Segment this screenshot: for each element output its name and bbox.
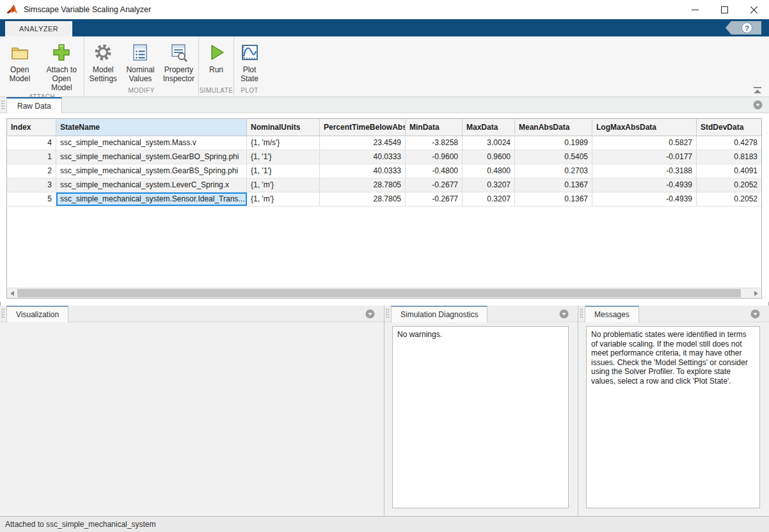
model-settings-button[interactable]: Model Settings [84,40,122,83]
table-cell[interactable]: 40.0333 [320,150,406,164]
table-cell[interactable]: {1, 'm/s'} [247,136,320,150]
table-cell[interactable]: -0.4800 [406,164,463,178]
section-simulate: Run SIMULATE [199,36,234,97]
table-cell[interactable]: 2 [7,164,56,178]
plot-state-button[interactable]: Plot State [234,40,265,83]
column-header-index[interactable]: Index [7,119,56,136]
tab-simulation-diagnostics[interactable]: Simulation Diagnostics [391,306,488,322]
column-header-percenttimebelowabstol[interactable]: PercentTimeBelowAbsTol [320,119,406,136]
minimize-button[interactable] [680,1,710,19]
table-cell[interactable]: 40.0333 [320,164,406,178]
table-cell[interactable]: 28.7805 [320,192,406,206]
table-row[interactable]: 1ssc_simple_mechanical_system.GearBO_Spr… [7,150,761,164]
table-cell[interactable]: 0.2052 [697,178,761,192]
table-cell[interactable]: {1, '1'} [247,164,320,178]
table-cell[interactable]: 0.3207 [463,178,515,192]
maximize-button[interactable] [710,1,739,19]
table-cell[interactable]: -0.9600 [406,150,463,164]
table-cell[interactable]: ssc_simple_mechanical_system.GearBS_Spri… [56,164,247,178]
tab-messages[interactable]: Messages [585,306,639,322]
panel-grip-handle[interactable] [580,308,583,319]
table-cell[interactable]: 5 [7,192,56,206]
tab-raw-data[interactable]: Raw Data [6,97,62,113]
table-cell[interactable]: ssc_simple_mechanical_system.GearBO_Spri… [56,150,247,164]
panel-menu-icon[interactable] [753,100,763,110]
table-cell[interactable]: 0.4278 [697,136,761,150]
table-row[interactable]: 2ssc_simple_mechanical_system.GearBS_Spr… [7,164,761,178]
table-cell[interactable]: 0.5827 [592,136,697,150]
run-button[interactable]: Run [202,40,231,83]
collapse-ribbon-icon[interactable] [751,86,764,95]
table-cell[interactable]: 0.3207 [463,192,515,206]
table-cell[interactable]: ssc_simple_mechanical_system.LeverC_Spri… [56,178,247,192]
folder-icon [9,42,31,63]
horizontal-scrollbar[interactable] [7,288,761,298]
table-cell[interactable]: -0.0177 [592,150,697,164]
messages-text: No problematic states were identified in… [586,326,760,508]
panel-grip-handle[interactable] [386,308,389,319]
column-header-mindata[interactable]: MinData [406,119,463,136]
matlab-logo-icon [6,3,19,16]
table-cell[interactable]: {1, '1'} [247,150,320,164]
panel-grip-handle[interactable] [1,308,4,319]
table-row[interactable]: 3ssc_simple_mechanical_system.LeverC_Spr… [7,178,761,192]
panel-collapse-icon[interactable] [559,309,569,318]
help-icon: ? [741,22,752,33]
table-cell[interactable]: -0.4939 [592,178,697,192]
table-cell[interactable]: 0.1989 [515,136,592,150]
column-header-statename[interactable]: StateName [56,119,247,136]
scrollbar-thumb[interactable] [17,289,741,297]
scroll-left-icon[interactable] [7,288,17,298]
table-cell[interactable]: 3.0024 [463,136,515,150]
table-cell[interactable]: 1 [7,150,56,164]
column-header-logmaxabsdata[interactable]: LogMaxAbsData [592,119,697,136]
table-cell[interactable]: -3.8258 [406,136,463,150]
panel-grip-handle[interactable] [1,100,4,111]
tab-analyzer[interactable]: ANALYZER [5,21,72,36]
tab-visualization[interactable]: Visualization [6,306,68,322]
panel-collapse-icon[interactable] [365,309,375,318]
run-label: Run [209,65,223,83]
table-cell[interactable]: 23.4549 [320,136,406,150]
column-header-meanabsdata[interactable]: MeanAbsData [515,119,592,136]
table-cell[interactable]: 0.4800 [463,164,515,178]
panel-collapse-icon[interactable] [750,309,760,318]
attach-to-open-model-button[interactable]: Attach to Open Model [39,40,84,92]
open-model-button[interactable]: Open Model [0,40,39,83]
table-cell[interactable]: 0.8183 [697,150,761,164]
table-cell[interactable]: 0.4091 [697,164,761,178]
inspector-magnifier-icon [168,42,189,63]
column-header-maxdata[interactable]: MaxData [463,119,515,136]
table-cell[interactable]: -0.4939 [592,192,697,206]
table-cell[interactable]: 0.1367 [515,178,592,192]
table-cell[interactable]: -0.3188 [592,164,697,178]
section-label-modify: MODIFY [84,86,198,97]
scroll-right-icon[interactable] [752,288,761,298]
close-button[interactable] [739,1,768,19]
column-header-nominalunits[interactable]: NominalUnits [247,119,320,136]
table-cell[interactable]: 0.9600 [463,150,515,164]
table-cell[interactable]: 0.2052 [697,192,761,206]
nominal-values-button[interactable]: Nominal Values [122,40,159,83]
help-button[interactable]: ? [725,21,761,35]
table-cell[interactable]: 0.2703 [515,164,592,178]
table-cell[interactable]: 3 [7,178,56,192]
table-cell[interactable]: -0.2677 [406,192,463,206]
table-cell[interactable]: {1, 'm'} [247,192,320,206]
table-cell[interactable]: 0.1367 [515,192,592,206]
table-cell[interactable]: -0.2677 [406,178,463,192]
table-cell[interactable]: ssc_simple_mechanical_system.Mass.v [56,136,247,150]
bottom-panels: Visualization Simulation Diagnostics No … [0,306,769,516]
property-inspector-button[interactable]: Property Inspector [159,40,198,83]
attach-to-open-model-label: Attach to Open Model [43,65,80,92]
table-cell[interactable]: 28.7805 [320,178,406,192]
table-row[interactable]: 4ssc_simple_mechanical_system.Mass.v{1, … [7,136,761,150]
table-row[interactable]: 5ssc_simple_mechanical_system.Sensor.Ide… [7,192,761,207]
column-header-stddevdata[interactable]: StdDevData [697,119,761,136]
table-cell[interactable]: 4 [7,136,56,150]
selected-table-cell[interactable]: ssc_simple_mechanical_system.Sensor.Idea… [56,192,247,206]
table-cell[interactable]: {1, 'm'} [247,178,320,192]
title-bar: Simscape Variable Scaling Analyzer [0,0,769,19]
simulation-diagnostics-panel: Simulation Diagnostics No warnings. [384,306,578,516]
table-cell[interactable]: 0.5405 [515,150,592,164]
